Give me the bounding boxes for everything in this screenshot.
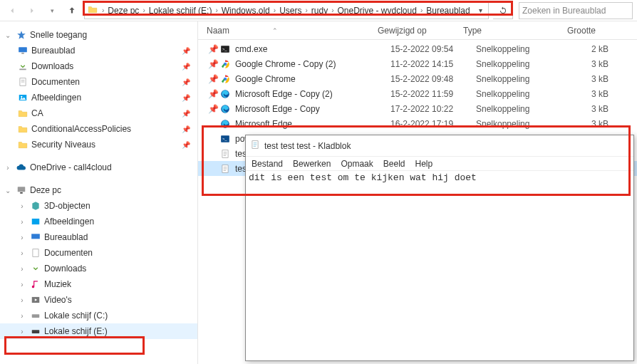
chevron-right-icon: › bbox=[17, 249, 27, 257]
tree-item-downloads[interactable]: Downloads 📌 bbox=[0, 58, 197, 74]
svg-point-7 bbox=[21, 96, 22, 98]
menu-view[interactable]: Beeld bbox=[383, 159, 405, 169]
chevron-right-icon: › bbox=[17, 234, 27, 241]
tree-label: Afbeeldingen bbox=[44, 217, 94, 227]
file-icon bbox=[219, 118, 231, 130]
tree-item-desktop[interactable]: ›Bureaublad bbox=[0, 229, 197, 245]
tree-label: Downloads bbox=[31, 61, 73, 71]
pin-icon: 📌 bbox=[182, 78, 197, 86]
star-icon bbox=[16, 29, 27, 41]
cloud-icon bbox=[16, 162, 27, 173]
breadcrumb-item[interactable]: OneDrive - wvdcloud bbox=[336, 3, 419, 19]
tree-this-pc[interactable]: ⌄ Deze pc bbox=[0, 182, 197, 198]
menu-file[interactable]: Bestand bbox=[252, 159, 283, 169]
videos-icon bbox=[30, 294, 41, 306]
chevron-right-icon: › bbox=[272, 6, 277, 14]
tree-label: Video's bbox=[44, 295, 72, 305]
file-type: Snelkoppeling bbox=[476, 74, 553, 84]
chevron-right-icon: › bbox=[214, 6, 219, 14]
breadcrumb-item[interactable]: Windows.old bbox=[219, 3, 272, 19]
file-type: Snelkoppeling bbox=[476, 44, 553, 54]
chevron-right-icon: › bbox=[17, 265, 27, 273]
tree-item-pictures[interactable]: ›Afbeeldingen bbox=[0, 214, 197, 229]
column-date[interactable]: Gewijzigd op bbox=[378, 26, 463, 36]
recent-dropdown[interactable]: ▾ bbox=[44, 3, 60, 19]
chevron-right-icon: › bbox=[141, 6, 146, 14]
file-type: Snelkoppeling bbox=[476, 119, 553, 129]
pin-icon: 📌 bbox=[182, 141, 197, 149]
notepad-window[interactable]: test test test - Kladblok Bestand Bewerk… bbox=[245, 135, 634, 361]
back-button[interactable] bbox=[4, 3, 20, 19]
tree-label: Lokale schijf (E:) bbox=[44, 326, 108, 336]
forward-button[interactable] bbox=[24, 3, 40, 19]
tree-item-3dobjects[interactable]: ›3D-objecten bbox=[0, 198, 197, 214]
search-input[interactable]: Zoeken in Bureaublad bbox=[519, 2, 633, 19]
up-button[interactable] bbox=[64, 3, 80, 19]
file-row[interactable]: 📌Google Chrome15-2-2022 09:48Snelkoppeli… bbox=[198, 71, 637, 86]
notepad-titlebar[interactable]: test test test - Kladblok bbox=[246, 135, 633, 157]
menu-edit[interactable]: Bewerken bbox=[293, 159, 331, 169]
file-size: 3 kB bbox=[553, 89, 617, 99]
svg-rect-14 bbox=[32, 314, 40, 318]
tree-item-downloads2[interactable]: ›Downloads bbox=[0, 261, 197, 276]
tree-item-documenten[interactable]: Documenten 📌 bbox=[0, 74, 197, 90]
tree-label: Documenten bbox=[44, 248, 93, 258]
tree-item-ca[interactable]: CA 📌 bbox=[0, 105, 197, 121]
svg-text:>_: >_ bbox=[222, 137, 227, 141]
menu-format[interactable]: Opmaak bbox=[341, 159, 373, 169]
chevron-right-icon: › bbox=[3, 164, 13, 172]
chevron-right-icon: › bbox=[100, 6, 105, 14]
tree-item-drive-c[interactable]: ›Lokale schijf (C:) bbox=[0, 308, 197, 323]
file-size: 3 kB bbox=[553, 104, 617, 114]
file-row[interactable]: Microsoft Edge16-2-2022 17:19Snelkoppeli… bbox=[198, 116, 637, 131]
column-size[interactable]: Grootte bbox=[540, 26, 604, 36]
pin-icon: 📌 bbox=[207, 74, 219, 84]
tree-label: ConditionalAccessPolicies bbox=[31, 124, 131, 134]
address-dropdown[interactable]: ▾ bbox=[479, 6, 488, 14]
tree-quick-access[interactable]: ⌄ Snelle toegang bbox=[0, 27, 197, 43]
tree-onedrive[interactable]: › OneDrive - call4cloud bbox=[0, 160, 197, 175]
tree-item-securityniveaus[interactable]: Security Niveaus 📌 bbox=[0, 137, 197, 152]
file-row[interactable]: 📌>_cmd.exe15-2-2022 09:54Snelkoppeling2 … bbox=[198, 41, 637, 56]
breadcrumb-item[interactable]: rudy bbox=[309, 3, 330, 19]
column-headers: Naam⌃ Gewijzigd op Type Grootte bbox=[198, 21, 637, 40]
file-row[interactable]: 📌Microsoft Edge - Copy17-2-2022 10:22Sne… bbox=[198, 101, 637, 116]
file-row[interactable]: 📌Microsoft Edge - Copy (2)15-2-2022 11:5… bbox=[198, 86, 637, 101]
pc-icon bbox=[16, 184, 27, 196]
tree-label: Downloads bbox=[44, 264, 86, 274]
file-name: Microsoft Edge - Copy bbox=[235, 104, 390, 114]
refresh-button[interactable] bbox=[493, 2, 513, 19]
svg-rect-8 bbox=[18, 187, 26, 192]
breadcrumb-item[interactable]: Lokale schijf (E:) bbox=[147, 3, 214, 19]
chevron-down-icon: ⌄ bbox=[3, 31, 13, 39]
folder-icon bbox=[88, 4, 98, 16]
file-date: 15-2-2022 09:48 bbox=[390, 74, 476, 84]
tree-item-conditionalaccess[interactable]: ConditionalAccessPolicies 📌 bbox=[0, 121, 197, 137]
svg-rect-11 bbox=[31, 234, 40, 239]
svg-rect-0 bbox=[19, 47, 27, 52]
notepad-text-area[interactable]: dit is een test om te kijken wat hij doe… bbox=[246, 171, 633, 360]
folder-icon bbox=[17, 123, 29, 135]
column-type[interactable]: Type bbox=[463, 26, 540, 36]
pin-icon: 📌 bbox=[182, 63, 197, 71]
address-bar[interactable]: › Deze pc› Lokale schijf (E:)› Windows.o… bbox=[84, 2, 489, 19]
breadcrumb-item[interactable]: Users bbox=[277, 3, 304, 19]
tree-item-videos[interactable]: ›Video's bbox=[0, 292, 197, 308]
tree-item-drive-e[interactable]: ›Lokale schijf (E:) bbox=[0, 323, 197, 339]
tree-item-music[interactable]: ›Muziek bbox=[0, 276, 197, 292]
tree-item-documents[interactable]: ›Documenten bbox=[0, 245, 197, 261]
tree-item-bureaublad[interactable]: Bureaublad 📌 bbox=[0, 43, 197, 58]
svg-text:>_: >_ bbox=[222, 47, 227, 51]
pin-icon: 📌 bbox=[207, 89, 219, 99]
file-row[interactable]: 📌Google Chrome - Copy (2)11-2-2022 14:15… bbox=[198, 56, 637, 71]
tree-label: Bureaublad bbox=[44, 232, 88, 242]
breadcrumb-item[interactable]: Bureaublad bbox=[424, 3, 472, 19]
folder-icon bbox=[17, 108, 29, 119]
column-name[interactable]: Naam⌃ bbox=[207, 26, 378, 36]
folder-icon bbox=[17, 139, 29, 150]
tree-item-afbeeldingen[interactable]: Afbeeldingen 📌 bbox=[0, 90, 197, 105]
menu-help[interactable]: Help bbox=[415, 159, 433, 169]
search-placeholder: Zoeken in Bureaublad bbox=[522, 6, 606, 16]
breadcrumb-item[interactable]: Deze pc bbox=[105, 3, 141, 19]
pin-icon: 📌 bbox=[207, 44, 219, 54]
